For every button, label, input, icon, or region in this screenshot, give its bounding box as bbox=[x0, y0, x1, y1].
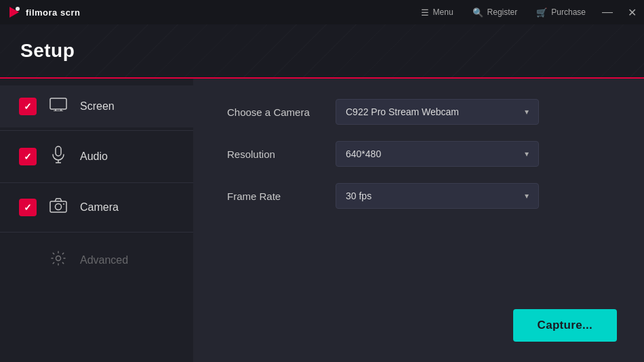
page-title: Setup bbox=[20, 40, 75, 62]
cart-icon: 🛒 bbox=[536, 7, 547, 18]
register-icon: 🔍 bbox=[472, 7, 483, 18]
advanced-label: Advanced bbox=[80, 254, 128, 266]
check-icon-3: ✓ bbox=[24, 202, 32, 213]
camera-select-value: C922 Pro Stream Webcam bbox=[346, 106, 459, 117]
resolution-row: Resolution 640*480 ▾ bbox=[227, 141, 610, 167]
page-header: Setup bbox=[0, 24, 644, 79]
sidebar: ✓ Screen ✓ bbox=[0, 79, 193, 362]
screen-checkbox[interactable]: ✓ bbox=[19, 98, 37, 115]
titlebar: filmora scrn ☰ Menu 🔍 Register 🛒 Purchas… bbox=[0, 0, 644, 24]
divider-2 bbox=[0, 182, 193, 183]
resolution-field-label: Resolution bbox=[227, 148, 322, 160]
camera-row: Choose a Camera C922 Pro Stream Webcam ▾ bbox=[227, 99, 610, 125]
titlebar-right: ☰ Menu 🔍 Register 🛒 Purchase — ✕ bbox=[411, 0, 644, 24]
svg-rect-9 bbox=[50, 201, 66, 212]
menu-icon: ☰ bbox=[421, 7, 429, 18]
camera-icon bbox=[49, 198, 68, 217]
divider-3 bbox=[0, 232, 193, 233]
sidebar-item-screen[interactable]: ✓ Screen bbox=[0, 85, 193, 127]
svg-point-12 bbox=[56, 256, 61, 261]
logo-area: filmora scrn bbox=[7, 5, 80, 20]
close-button[interactable]: ✕ bbox=[620, 0, 644, 24]
purchase-label: Purchase bbox=[551, 7, 586, 17]
register-button[interactable]: 🔍 Register bbox=[463, 0, 527, 24]
svg-rect-2 bbox=[50, 98, 66, 109]
purchase-button[interactable]: 🛒 Purchase bbox=[527, 0, 595, 24]
register-label: Register bbox=[487, 7, 518, 17]
audio-checkbox[interactable]: ✓ bbox=[19, 148, 37, 165]
capture-button[interactable]: Capture... bbox=[513, 309, 617, 342]
framerate-field-label: Frame Rate bbox=[227, 190, 322, 202]
camera-checkbox[interactable]: ✓ bbox=[19, 199, 37, 216]
resolution-dropdown-arrow: ▾ bbox=[525, 149, 529, 159]
resolution-select[interactable]: 640*480 ▾ bbox=[336, 141, 539, 167]
menu-label: Menu bbox=[433, 7, 454, 17]
camera-label: Camera bbox=[80, 201, 119, 214]
audio-label: Audio bbox=[80, 150, 108, 163]
screen-icon bbox=[49, 98, 68, 115]
framerate-row: Frame Rate 30 fps ▾ bbox=[227, 183, 610, 209]
resolution-select-value: 640*480 bbox=[346, 148, 381, 159]
camera-select[interactable]: C922 Pro Stream Webcam ▾ bbox=[336, 99, 539, 125]
audio-icon bbox=[49, 146, 68, 167]
sidebar-item-advanced[interactable]: Advanced bbox=[0, 238, 193, 283]
settings-icon bbox=[49, 250, 68, 270]
close-icon: ✕ bbox=[628, 6, 637, 19]
main-layout: ✓ Screen ✓ bbox=[0, 79, 644, 362]
check-icon-2: ✓ bbox=[24, 151, 32, 162]
framerate-dropdown-arrow: ▾ bbox=[525, 191, 529, 201]
svg-point-10 bbox=[56, 204, 62, 210]
check-icon: ✓ bbox=[24, 101, 32, 112]
content-area: Choose a Camera C922 Pro Stream Webcam ▾… bbox=[193, 79, 644, 362]
camera-dropdown-arrow: ▾ bbox=[525, 107, 529, 117]
screen-label: Screen bbox=[80, 100, 115, 113]
divider-1 bbox=[0, 130, 193, 131]
svg-point-1 bbox=[16, 7, 20, 11]
camera-field-label: Choose a Camera bbox=[227, 106, 322, 118]
menu-button[interactable]: ☰ Menu bbox=[411, 0, 463, 24]
framerate-select-value: 30 fps bbox=[346, 190, 371, 201]
sidebar-item-camera[interactable]: ✓ Camera bbox=[0, 186, 193, 229]
sidebar-item-audio[interactable]: ✓ Audio bbox=[0, 134, 193, 180]
minimize-icon: — bbox=[602, 6, 613, 18]
logo-text: filmora scrn bbox=[26, 7, 80, 18]
logo-icon bbox=[7, 5, 22, 20]
framerate-select[interactable]: 30 fps ▾ bbox=[336, 183, 539, 209]
minimize-button[interactable]: — bbox=[595, 0, 620, 24]
svg-rect-6 bbox=[56, 146, 61, 156]
svg-point-11 bbox=[63, 203, 64, 205]
